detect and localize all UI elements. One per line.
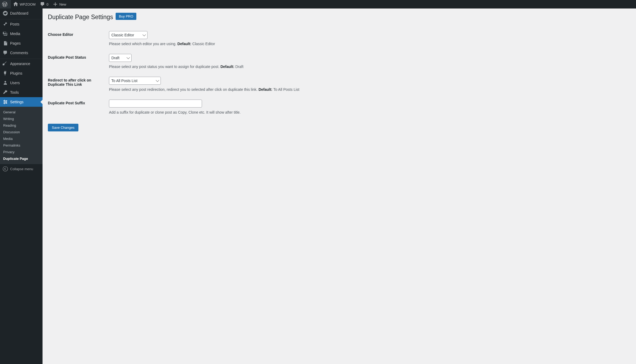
- editor-label: Choose Editor: [48, 27, 106, 50]
- sidebar-item-plugins[interactable]: Plugins: [0, 68, 43, 78]
- menu-label: Settings: [10, 100, 24, 104]
- menu-label: Media: [10, 32, 20, 36]
- status-description: Please select any post status you want t…: [109, 65, 628, 69]
- editor-description: Please select which editor you are using…: [109, 42, 628, 46]
- suffix-label: Duplicate Post Suffix: [48, 96, 106, 118]
- sidebar-item-tools[interactable]: Tools: [0, 88, 43, 97]
- save-button[interactable]: Save Changes: [48, 124, 78, 131]
- site-link[interactable]: WPZOOM: [11, 0, 38, 8]
- menu-label: Comments: [10, 51, 28, 55]
- dashboard-icon: [3, 11, 8, 16]
- submenu-general[interactable]: General: [0, 109, 43, 115]
- menu-label: Dashboard: [10, 11, 28, 15]
- settings-submenu: General Writing Reading Discussion Media…: [0, 107, 43, 137]
- comments-icon: [3, 50, 8, 55]
- comment-icon: [40, 2, 45, 7]
- admin-sidebar: Dashboard Posts Media Pages Comments App…: [0, 8, 43, 137]
- menu-label: Pages: [10, 41, 21, 45]
- sliders-icon: [3, 99, 8, 105]
- editor-select[interactable]: Classic Editor: [109, 31, 148, 39]
- suffix-input[interactable]: [109, 100, 202, 108]
- media-icon: [3, 31, 8, 36]
- wp-logo[interactable]: [0, 0, 11, 8]
- sidebar-item-dashboard[interactable]: Dashboard: [0, 8, 43, 18]
- comments-link[interactable]: 0: [38, 0, 50, 8]
- sidebar-item-posts[interactable]: Posts: [0, 19, 43, 29]
- new-content-link[interactable]: New: [50, 0, 68, 8]
- sidebar-item-appearance[interactable]: Appearance: [0, 59, 43, 68]
- sidebar-item-media[interactable]: Media: [0, 29, 43, 38]
- redirect-select[interactable]: To All Posts List: [109, 77, 161, 85]
- menu-label: Users: [10, 81, 20, 85]
- wrench-icon: [3, 90, 8, 95]
- content-area: Duplicate Page Settings Buy PRO Choose E…: [43, 0, 636, 137]
- submenu-discussion[interactable]: Discussion: [0, 129, 43, 135]
- comments-count: 0: [47, 2, 48, 6]
- new-label: New: [59, 2, 66, 6]
- page-icon: [3, 41, 8, 46]
- status-select[interactable]: Draft: [109, 54, 132, 62]
- menu-label: Tools: [10, 90, 19, 95]
- menu-label: Appearance: [10, 62, 30, 66]
- page-title: Duplicate Page Settings: [48, 11, 113, 22]
- brush-icon: [3, 61, 8, 66]
- submenu-reading[interactable]: Reading: [0, 122, 43, 129]
- menu-label: Posts: [10, 22, 19, 26]
- settings-form: Choose Editor Classic Editor Please sele…: [48, 27, 631, 118]
- plus-icon: [53, 2, 58, 7]
- sidebar-item-pages[interactable]: Pages: [0, 38, 43, 48]
- plug-icon: [3, 71, 8, 76]
- suffix-description: Add a suffix for duplicate or clone post…: [109, 110, 628, 114]
- redirect-description: Please select any post redirection, redi…: [109, 87, 628, 92]
- user-icon: [3, 80, 8, 85]
- buy-pro-button[interactable]: Buy PRO: [116, 13, 136, 20]
- site-name: WPZOOM: [20, 2, 36, 6]
- sidebar-item-users[interactable]: Users: [0, 78, 43, 88]
- admin-toolbar: WPZOOM 0 New: [0, 0, 636, 8]
- submenu-writing[interactable]: Writing: [0, 115, 43, 122]
- pin-icon: [3, 22, 8, 27]
- submenu-media[interactable]: Media: [0, 135, 43, 137]
- sidebar-item-comments[interactable]: Comments: [0, 48, 43, 58]
- status-label: Duplicate Post Status: [48, 50, 106, 73]
- home-icon: [13, 2, 18, 7]
- menu-label: Plugins: [10, 71, 22, 75]
- sidebar-item-settings[interactable]: Settings: [0, 97, 43, 107]
- redirect-label: Redirect to after click on Duplicate Thi…: [48, 73, 106, 96]
- wordpress-icon: [2, 2, 7, 7]
